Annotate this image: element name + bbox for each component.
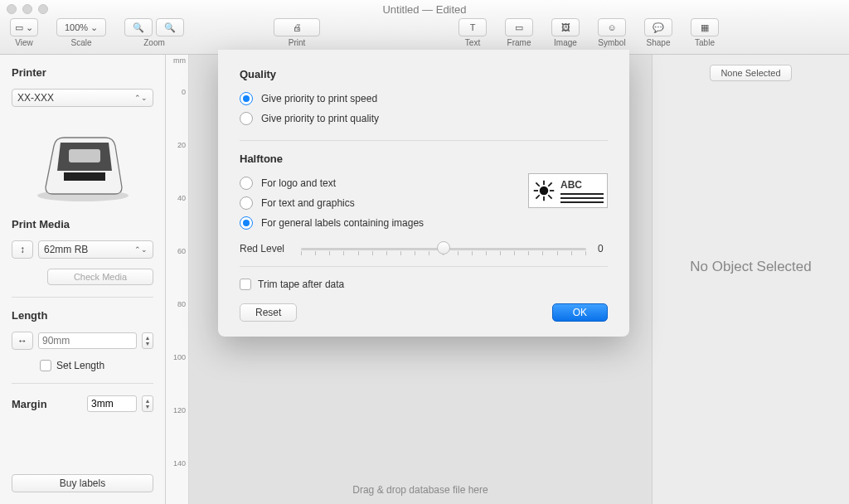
margin-label: Margin: [12, 398, 82, 410]
divider: [12, 383, 153, 384]
shape-tool-button[interactable]: 💬: [644, 18, 672, 36]
print-media-header: Print Media: [12, 218, 153, 230]
leftright-arrow-icon: ↔: [17, 335, 27, 346]
svg-line-10: [548, 182, 551, 186]
ruler-tick: 80: [169, 300, 186, 308]
table-tool-button[interactable]: ▦: [691, 18, 719, 36]
quality-speed-radio[interactable]: [240, 92, 253, 105]
svg-point-3: [540, 187, 549, 196]
ruler-tick: 40: [169, 194, 186, 202]
shape-label: Shape: [647, 38, 671, 47]
zoom-label: Zoom: [143, 38, 165, 47]
quality-quality-radio[interactable]: [240, 112, 253, 125]
zoom-in-icon: 🔍: [164, 22, 176, 33]
image-icon: 🖼: [561, 22, 570, 32]
length-header: Length: [12, 309, 153, 322]
svg-rect-1: [69, 149, 100, 162]
svg-line-9: [548, 195, 551, 198]
check-media-button[interactable]: Check Media: [47, 269, 153, 285]
text-label: Text: [465, 38, 480, 47]
selection-indicator-button[interactable]: None Selected: [710, 65, 791, 81]
printer-select-value: XX-XXX: [17, 92, 54, 104]
table-icon: ▦: [701, 22, 709, 33]
text-tool-button[interactable]: T: [458, 18, 487, 36]
table-label: Table: [695, 38, 715, 47]
length-stepper[interactable]: ▲▼: [142, 332, 153, 349]
svg-rect-2: [64, 172, 105, 181]
svg-line-8: [536, 182, 539, 186]
right-inspector: None Selected No Object Selected: [652, 55, 849, 504]
ruler-tick: 20: [169, 141, 186, 149]
quality-quality-label: Give priority to print quality: [261, 113, 379, 124]
margin-input[interactable]: [87, 395, 137, 412]
chevron-updown-icon: ⌃⌄: [134, 94, 148, 102]
sunflower-icon: [532, 179, 555, 202]
frame-tool-button[interactable]: ▭: [505, 18, 533, 36]
window-title: Untitled — Edited: [382, 3, 466, 16]
view-button[interactable]: ▭ ⌄: [10, 18, 38, 36]
ruler-unit: mm: [173, 56, 186, 65]
left-sidebar: Printer XX-XXX ⌃⌄ Print Media ↕ 62mm RB …: [0, 55, 166, 504]
red-level-label: Red Level: [240, 243, 289, 254]
red-level-value: 0: [598, 243, 608, 254]
halftone-header: Halftone: [240, 153, 608, 165]
divider: [240, 140, 608, 141]
ruler-tick: 100: [169, 353, 186, 361]
halftone-preview: ABC: [528, 173, 608, 208]
svg-line-11: [536, 195, 539, 198]
chevron-updown-icon: ⌃⌄: [134, 245, 148, 254]
media-select[interactable]: 62mm RB ⌃⌄: [38, 240, 153, 259]
view-label: View: [15, 38, 33, 47]
zoom-in-button[interactable]: 🔍: [156, 18, 184, 36]
print-label: Print: [289, 38, 306, 47]
text-icon: T: [470, 22, 476, 32]
printer-icon: 🖨: [293, 22, 302, 32]
frame-label: Frame: [507, 38, 531, 47]
halftone-textgraphics-radio[interactable]: [240, 196, 253, 210]
buy-labels-button[interactable]: Buy labels: [12, 474, 153, 492]
printer-illustration: [12, 117, 153, 208]
scale-label: Scale: [70, 38, 91, 47]
margin-stepper[interactable]: ▲▼: [142, 395, 153, 412]
titlebar: Untitled — Edited: [0, 0, 849, 18]
image-tool-button[interactable]: 🖼: [551, 18, 580, 36]
ruler-tick: 0: [169, 88, 186, 96]
symbol-tool-button[interactable]: ☺: [598, 18, 626, 36]
print-button[interactable]: 🖨: [274, 18, 320, 36]
no-object-label: No Object Selected: [690, 259, 811, 275]
trim-tape-checkbox[interactable]: [240, 279, 251, 290]
length-direction-button[interactable]: ↔: [12, 332, 33, 350]
scale-select[interactable]: 100% ⌄: [56, 18, 106, 36]
printer-select[interactable]: XX-XXX ⌃⌄: [12, 89, 153, 107]
ok-button[interactable]: OK: [552, 303, 608, 322]
halftone-general-label: For general labels containing images: [261, 217, 424, 229]
set-length-label: Set Length: [56, 360, 104, 371]
set-length-checkbox[interactable]: [40, 360, 51, 371]
print-options-sheet: Quality Give priority to print speed Giv…: [218, 50, 629, 337]
red-level-slider[interactable]: [301, 243, 586, 254]
zoom-out-button[interactable]: 🔍: [124, 18, 153, 36]
symbol-label: Symbol: [598, 38, 625, 47]
halftone-logo-radio[interactable]: [240, 177, 253, 190]
ruler-tick: 140: [169, 459, 186, 468]
media-orientation-button[interactable]: ↕: [12, 240, 33, 259]
slider-thumb-icon[interactable]: [437, 241, 450, 254]
minimize-window-icon[interactable]: [22, 4, 32, 14]
halftone-textgraphics-label: For text and graphics: [261, 197, 355, 209]
quality-speed-label: Give priority to print speed: [261, 93, 377, 104]
halftone-general-radio[interactable]: [240, 216, 253, 230]
divider: [12, 297, 153, 298]
symbol-icon: ☺: [607, 22, 616, 32]
frame-icon: ▭: [515, 22, 523, 33]
quality-header: Quality: [240, 68, 608, 80]
ruler-tick: 120: [169, 406, 186, 414]
trim-tape-label: Trim tape after data: [258, 279, 344, 290]
window-traffic-lights: [7, 4, 48, 14]
length-input[interactable]: [38, 332, 137, 349]
reset-button[interactable]: Reset: [240, 303, 297, 322]
preview-text: ABC: [560, 179, 604, 191]
media-select-value: 62mm RB: [44, 244, 88, 255]
zoom-window-icon[interactable]: [38, 4, 48, 14]
close-window-icon[interactable]: [7, 4, 17, 14]
canvas-drag-hint: Drag & drop database file here: [189, 484, 652, 496]
